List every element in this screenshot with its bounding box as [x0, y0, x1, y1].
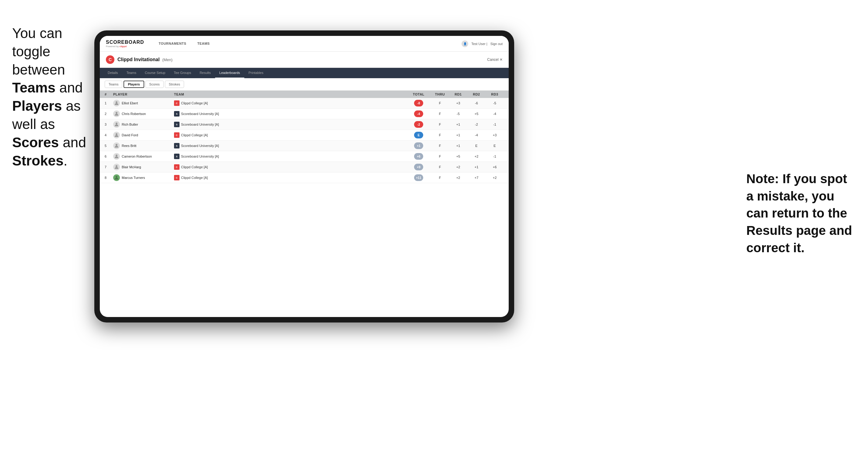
col-rd3: RD3 — [486, 92, 504, 96]
rd1-5: +1 — [449, 144, 467, 148]
rank-6: 6 — [105, 155, 113, 158]
right-annotation: Note: If you spot a mistake, you can ret… — [746, 170, 856, 256]
logo-brand: clippd — [119, 45, 127, 48]
rd3-8: +2 — [486, 176, 504, 180]
score-badge-6: +6 — [414, 153, 423, 160]
thru-2: F — [431, 112, 449, 116]
nav-teams[interactable]: TEAMS — [192, 36, 215, 52]
rank-1: 1 — [105, 101, 113, 105]
team-1: C Clippd College [A] — [174, 100, 406, 106]
team-3: S Scoreboard University [A] — [174, 122, 406, 127]
user-label: Test User | — [471, 42, 487, 45]
logo-sub: Powered by clippd — [106, 45, 144, 48]
svg-point-1 — [116, 101, 118, 103]
team-icon-8: C — [174, 175, 180, 180]
sub-nav: Details Teams Course Setup Tee Groups Re… — [100, 68, 509, 78]
rd3-4: +3 — [486, 133, 504, 137]
col-thru: THRU — [431, 92, 449, 96]
rank-2: 2 — [105, 112, 113, 116]
rank-4: 4 — [105, 133, 113, 137]
nav-tournaments[interactable]: TOURNAMENTS — [153, 36, 192, 52]
rank-3: 3 — [105, 123, 113, 126]
total-8: +11 — [406, 174, 431, 181]
svg-point-7 — [116, 165, 118, 167]
thru-7: F — [431, 165, 449, 169]
rd3-1: -5 — [486, 101, 504, 105]
toggle-scores[interactable]: Scores — [146, 81, 164, 88]
rd2-7: +1 — [467, 165, 486, 169]
avatar-1 — [113, 100, 120, 106]
tab-tee-groups[interactable]: Tee Groups — [169, 68, 195, 78]
tournament-icon: C — [106, 55, 114, 64]
team-8: C Clippd College [A] — [174, 175, 406, 180]
rd2-5: E — [467, 144, 486, 148]
table-row: 3 Rich Butler S Scoreboard University [A… — [100, 119, 509, 130]
svg-point-2 — [116, 112, 118, 114]
col-rd2: RD2 — [467, 92, 486, 96]
tab-details[interactable]: Details — [103, 68, 122, 78]
rd3-7: +6 — [486, 165, 504, 169]
rd1-7: +2 — [449, 165, 467, 169]
score-badge-1: -8 — [414, 100, 423, 106]
avatar-6 — [113, 153, 120, 160]
logo-title: SCOREBOARD — [106, 39, 144, 45]
team-icon-7: C — [174, 164, 180, 170]
rank-8: 8 — [105, 176, 113, 180]
rd2-3: -2 — [467, 123, 486, 126]
player-3: Rich Butler — [113, 121, 174, 128]
table-row: 7 Blair McHarg C Clippd College [A] +9 — [100, 162, 509, 173]
player-2: Chris Robertson — [113, 111, 174, 117]
avatar-7 — [113, 164, 120, 170]
toggle-row: Teams Players Scores Strokes — [100, 78, 509, 91]
rd1-4: +1 — [449, 133, 467, 137]
user-avatar: 👤 — [462, 40, 468, 47]
sign-out-link[interactable]: Sign out — [490, 42, 503, 45]
player-7: Blair McHarg — [113, 164, 174, 170]
svg-point-6 — [116, 155, 118, 156]
tab-course-setup[interactable]: Course Setup — [141, 68, 169, 78]
score-badge-4: E — [414, 132, 423, 138]
score-badge-7: +9 — [414, 164, 423, 170]
cancel-button[interactable]: Cancel ✕ — [487, 58, 503, 62]
tournament-header: C Clippd Invitational (Men) Cancel ✕ — [100, 52, 509, 68]
col-team: TEAM — [174, 92, 406, 96]
total-5: +1 — [406, 143, 431, 149]
total-4: E — [406, 132, 431, 138]
player-6: Cameron Robertson — [113, 153, 174, 160]
table-row: 5 Rees Britt S Scoreboard University [A]… — [100, 141, 509, 151]
total-3: -2 — [406, 121, 431, 128]
svg-point-5 — [116, 144, 118, 146]
rd2-1: -6 — [467, 101, 486, 105]
toggle-players[interactable]: Players — [124, 81, 144, 88]
col-rank: # — [105, 92, 113, 96]
team-2: S Scoreboard University [A] — [174, 111, 406, 117]
rank-5: 5 — [105, 144, 113, 148]
rd2-8: +7 — [467, 176, 486, 180]
col-total: TOTAL — [406, 92, 431, 96]
team-icon-6: S — [174, 154, 180, 159]
top-nav: SCOREBOARD Powered by clippd TOURNAMENTS… — [100, 36, 509, 52]
scoreboard-logo: SCOREBOARD Powered by clippd — [106, 39, 144, 48]
tournament-title: Clippd Invitational (Men) — [118, 57, 173, 62]
rd3-3: -1 — [486, 123, 504, 126]
rank-7: 7 — [105, 165, 113, 169]
rd3-6: -1 — [486, 155, 504, 158]
rd1-2: -5 — [449, 112, 467, 116]
svg-point-4 — [116, 133, 118, 135]
rd1-8: +2 — [449, 176, 467, 180]
tab-printables[interactable]: Printables — [244, 68, 268, 78]
toggle-teams[interactable]: Teams — [105, 81, 122, 88]
thru-8: F — [431, 176, 449, 180]
rd3-2: -4 — [486, 112, 504, 116]
col-player: PLAYER — [113, 92, 174, 96]
team-5: S Scoreboard University [A] — [174, 143, 406, 149]
app-container: SCOREBOARD Powered by clippd TOURNAMENTS… — [100, 36, 509, 317]
tab-leaderboards[interactable]: Leaderboards — [215, 68, 244, 78]
rd2-4: -4 — [467, 133, 486, 137]
tab-teams[interactable]: Teams — [122, 68, 141, 78]
toggle-strokes[interactable]: Strokes — [165, 81, 184, 88]
player-8: Marcus Turners — [113, 174, 174, 181]
tab-results[interactable]: Results — [195, 68, 215, 78]
left-annotation: You can toggle between Teams and Players… — [12, 24, 100, 170]
col-rd1: RD1 — [449, 92, 467, 96]
